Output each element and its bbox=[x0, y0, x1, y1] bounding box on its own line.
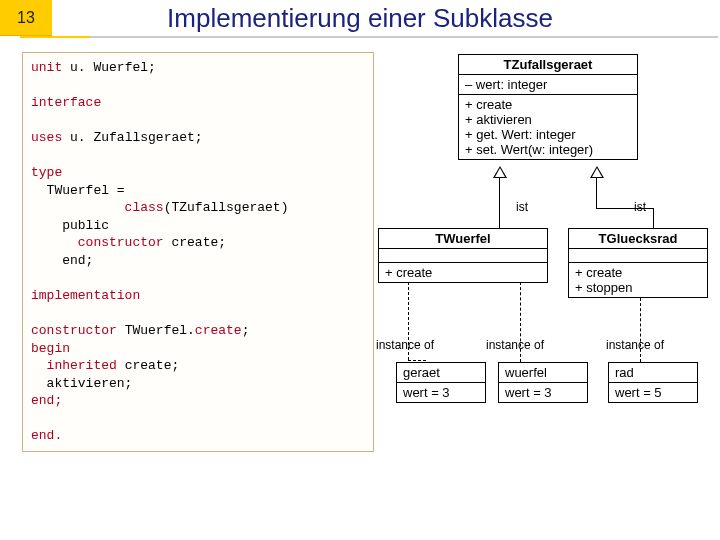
uml-instance-3-val: wert = 5 bbox=[609, 383, 697, 402]
uml-instance-3: rad wert = 5 bbox=[608, 362, 698, 403]
uml-instance-2-name: wuerfel bbox=[499, 363, 587, 383]
uml-child-left-name: TWuerfel bbox=[379, 229, 547, 249]
kw-interface: interface bbox=[31, 95, 101, 110]
uml-instance-2-val: wert = 3 bbox=[499, 383, 587, 402]
header-rule bbox=[20, 36, 718, 38]
uml-instance-3-name: rad bbox=[609, 363, 697, 383]
slide-title: Implementierung einer Subklasse bbox=[52, 3, 720, 34]
uml-parent: TZufallsgeraet – wert: integer + create … bbox=[458, 54, 638, 160]
kw-class: class bbox=[31, 200, 164, 215]
uml-instance-2: wuerfel wert = 3 bbox=[498, 362, 588, 403]
uml-instance-1-name: geraet bbox=[397, 363, 485, 383]
slide-number: 13 bbox=[0, 0, 52, 36]
uml-parent-attrs: – wert: integer bbox=[459, 75, 637, 95]
ist-label-1: ist bbox=[516, 200, 528, 214]
uml-child-right-name: TGluecksrad bbox=[569, 229, 707, 249]
arrow-tri-right bbox=[590, 166, 604, 178]
kw-end: end; bbox=[31, 393, 62, 408]
uml-parent-name: TZufallsgeraet bbox=[459, 55, 637, 75]
arrow-tri-left bbox=[493, 166, 507, 178]
kw-constructor2: constructor bbox=[31, 323, 117, 338]
instanceof-3: instance of bbox=[606, 338, 664, 352]
kw-begin: begin bbox=[31, 341, 70, 356]
kw-type: type bbox=[31, 165, 62, 180]
kw-implementation: implementation bbox=[31, 288, 140, 303]
uml-parent-methods: + create + aktivieren + get. Wert: integ… bbox=[459, 95, 637, 159]
uml-instance-1-val: wert = 3 bbox=[397, 383, 485, 402]
kw-uses: uses bbox=[31, 130, 62, 145]
kw-constructor: constructor bbox=[31, 235, 164, 250]
instanceof-2: instance of bbox=[486, 338, 544, 352]
kw-enddot: end. bbox=[31, 428, 62, 443]
uml-child-left: TWuerfel + create bbox=[378, 228, 548, 283]
uml-child-right-methods: + create + stoppen bbox=[569, 263, 707, 297]
kw-unit: unit bbox=[31, 60, 62, 75]
uml-instance-1: geraet wert = 3 bbox=[396, 362, 486, 403]
uml-child-left-methods: + create bbox=[379, 263, 547, 282]
uml-child-right: TGluecksrad + create + stoppen bbox=[568, 228, 708, 298]
kw-inherited: inherited bbox=[31, 358, 117, 373]
ist-label-2: ist bbox=[634, 200, 646, 214]
instanceof-1: instance of bbox=[376, 338, 434, 352]
code-listing: unit u. Wuerfel; interface uses u. Zufal… bbox=[22, 52, 374, 452]
